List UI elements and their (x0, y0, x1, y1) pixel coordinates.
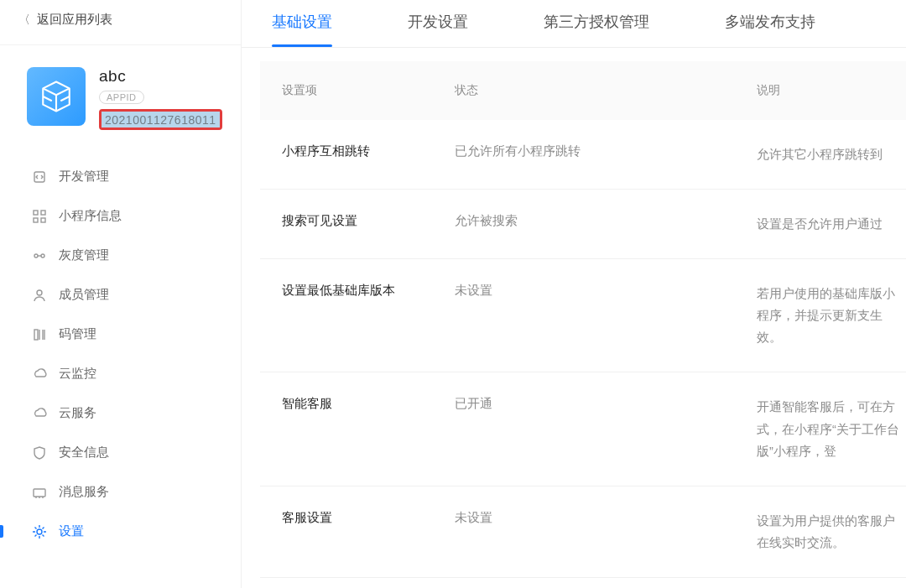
app-name: abc (99, 67, 222, 86)
sidebar-item-1[interactable]: 小程序信息 (0, 196, 241, 236)
sidebar-item-label: 云监控 (59, 366, 96, 382)
cell-status: 已开通 (455, 396, 757, 461)
sidebar-item-label: 码管理 (59, 326, 96, 342)
svg-rect-8 (34, 330, 38, 340)
table-row: 设置最低基础库版本未设置若用户使用的基础库版小程序，并提示更新支生效。 (260, 259, 906, 372)
sidebar-item-label: 消息服务 (59, 484, 109, 500)
cell-name: 设置最低基础库版本 (260, 283, 455, 348)
cell-status: 允许被搜索 (455, 213, 757, 235)
svg-rect-1 (34, 211, 38, 215)
svg-point-10 (37, 529, 42, 534)
cell-name: 客服设置 (260, 510, 455, 554)
sidebar-item-3[interactable]: 成员管理 (0, 275, 241, 315)
sidebar-nav: 开发管理小程序信息灰度管理成员管理码管理云监控云服务安全信息消息服务设置 (0, 157, 241, 551)
cell-name: 搜索可见设置 (260, 213, 455, 235)
cell-name: 小程序互相跳转 (260, 143, 455, 165)
svg-rect-4 (41, 218, 45, 222)
sidebar-item-0[interactable]: 开发管理 (0, 157, 241, 196)
table-row: 智能客服已开通开通智能客服后，可在方式，在小程序“关于工作台版”小程序，登 (260, 372, 906, 486)
table-row: 小程序互相跳转已允许所有小程序跳转允许其它小程序跳转到 (260, 120, 906, 190)
settings-icon (32, 524, 47, 539)
cell-desc: 开通智能客服后，可在方式，在小程序“关于工作台版”小程序，登 (757, 396, 906, 461)
cell-desc: 若用户使用的基础库版小程序，并提示更新支生效。 (757, 283, 906, 348)
cell-status: 未设置 (455, 283, 757, 348)
svg-rect-2 (41, 211, 45, 215)
sidebar-item-7[interactable]: 安全信息 (0, 433, 241, 472)
sidebar-item-label: 云服务 (59, 405, 96, 421)
appid-highlight-box: 2021001127618011 (99, 109, 222, 130)
tab-1[interactable]: 开发设置 (408, 12, 468, 47)
sidebar-item-label: 成员管理 (59, 287, 109, 303)
appid-value[interactable]: 2021001127618011 (102, 112, 220, 127)
sidebar-item-2[interactable]: 灰度管理 (0, 236, 241, 275)
sidebar-item-label: 灰度管理 (59, 247, 109, 263)
sidebar-item-9[interactable]: 设置 (0, 512, 241, 551)
settings-tabs: 基础设置开发设置第三方授权管理多端发布支持 (242, 0, 906, 48)
th-desc: 说明 (757, 83, 906, 98)
back-to-apps[interactable]: 〈 返回应用列表 (0, 0, 241, 45)
tab-3[interactable]: 多端发布支持 (725, 12, 815, 47)
sidebar-item-8[interactable]: 消息服务 (0, 472, 241, 512)
tab-2[interactable]: 第三方授权管理 (544, 12, 649, 47)
cloud-service-icon (32, 406, 47, 421)
sidebar-item-label: 设置 (59, 523, 84, 539)
cell-name: 智能客服 (260, 396, 455, 461)
cell-desc: 设置为用户提供的客服户在线实时交流。 (757, 510, 906, 554)
cell-status: 未设置 (455, 510, 757, 554)
app-card: abc APPID 2021001127618011 (0, 45, 241, 142)
chevron-left-icon: 〈 (18, 13, 30, 28)
table-header: 设置项 状态 说明 (260, 61, 906, 120)
sidebar-item-4[interactable]: 码管理 (0, 315, 241, 354)
gray-release-icon (32, 248, 47, 263)
table-row: 客服设置未设置设置为用户提供的客服户在线实时交流。 (260, 487, 906, 578)
sidebar: 〈 返回应用列表 abc APPID 2021001127618011 开发管理… (0, 0, 242, 588)
svg-point-5 (34, 254, 38, 258)
miniapp-info-icon (32, 209, 47, 224)
message-service-icon (32, 485, 47, 500)
table-row: 搜索可见设置允许被搜索设置是否允许用户通过 (260, 190, 906, 259)
svg-point-6 (41, 254, 44, 258)
app-logo-icon (27, 67, 86, 126)
sidebar-item-6[interactable]: 云服务 (0, 393, 241, 433)
members-icon (32, 288, 47, 303)
sidebar-item-label: 安全信息 (59, 445, 109, 461)
cell-desc: 允许其它小程序跳转到 (757, 143, 906, 165)
cell-status: 已允许所有小程序跳转 (455, 143, 757, 165)
svg-rect-3 (34, 218, 38, 222)
cloud-monitor-icon (32, 367, 47, 382)
security-icon (32, 445, 47, 461)
svg-point-7 (37, 290, 42, 295)
sidebar-item-label: 小程序信息 (59, 208, 122, 224)
back-label: 返回应用列表 (37, 12, 112, 28)
svg-rect-9 (34, 489, 45, 497)
dev-manage-icon (32, 169, 47, 185)
cell-desc: 设置是否允许用户通过 (757, 213, 906, 235)
appid-badge: APPID (99, 91, 144, 104)
th-name: 设置项 (260, 83, 455, 98)
tab-0[interactable]: 基础设置 (272, 12, 332, 47)
th-status: 状态 (455, 83, 757, 98)
code-manage-icon (32, 327, 47, 342)
sidebar-item-label: 开发管理 (59, 169, 109, 185)
main-content: 基础设置开发设置第三方授权管理多端发布支持 设置项 状态 说明 小程序互相跳转已… (242, 0, 906, 588)
settings-table: 设置项 状态 说明 小程序互相跳转已允许所有小程序跳转允许其它小程序跳转到搜索可… (242, 48, 906, 588)
sidebar-item-5[interactable]: 云监控 (0, 354, 241, 393)
